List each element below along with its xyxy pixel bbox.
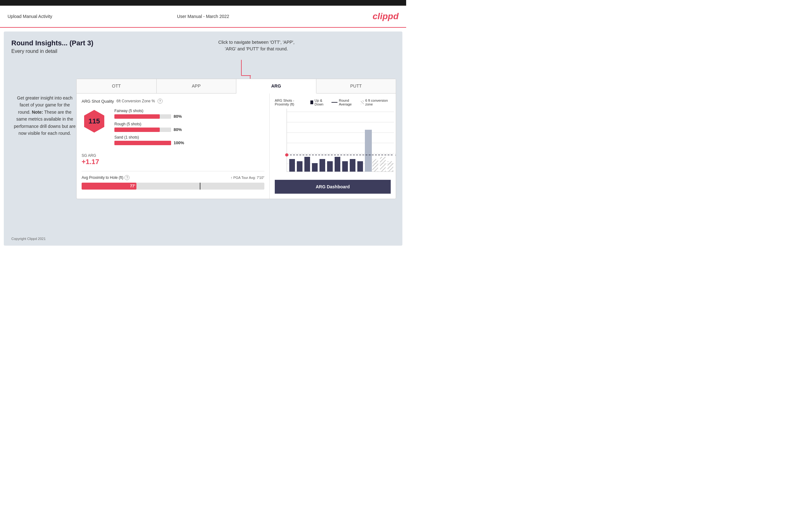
svg-rect-29 [357,161,363,172]
sg-value: +1.17 [82,158,264,166]
bar-row-fairway: Fairway (5 shots) 80% [114,109,264,119]
proximity-bar-track: 77' [82,183,264,189]
legend-hatch-icon [361,101,364,104]
conversion-label: 6ft Conversion Zone % [116,99,155,103]
clippd-logo: clippd [373,11,399,21]
hex-number: 115 [89,117,100,125]
document-title: User Manual - March 2022 [177,14,230,19]
help-icon[interactable]: ? [158,99,163,104]
proximity-help-icon[interactable]: ? [124,175,130,180]
svg-rect-24 [319,159,325,172]
bar-percent-fairway: 80% [173,114,182,119]
top-bar [0,0,406,6]
upload-manual-activity-link[interactable]: Upload Manual Activity [8,14,52,19]
chart-header: ARG Shots - Proximity (ft) Up & Down Rou… [275,99,391,106]
sg-label: SG ARG [82,153,264,158]
chart-container: 30 25 20 15 10 5 0 [284,109,391,176]
main-panel: OTT APP ARG PUTT ARG Shot Quality 6ft Co… [76,79,396,199]
left-description: Get greater insight into each facet of y… [13,95,76,137]
svg-rect-22 [304,157,310,172]
bar-track-rough [114,127,171,132]
chart-title: ARG Shots - Proximity (ft) [275,99,308,106]
arg-dashboard-button[interactable]: ARG Dashboard [275,180,391,194]
svg-rect-32 [372,159,378,172]
svg-point-36 [285,153,288,157]
section-subtitle: Every round in detail [11,49,395,54]
bar-label-rough: Rough (5 shots) [114,122,264,126]
svg-rect-26 [335,157,340,172]
proximity-bar-fill: 77' [82,183,137,189]
legend-up-down: Up & Down [310,99,329,106]
svg-rect-25 [327,161,333,172]
main-content: Round Insights... (Part 3) Every round i… [4,32,402,246]
legend-round-avg: Round Average [332,99,359,106]
bar-percent-sand: 100% [173,140,184,145]
shot-quality-label: ARG Shot Quality [82,99,114,104]
bar-track-fairway [114,114,171,119]
svg-text:8: 8 [396,153,396,157]
svg-rect-20 [289,159,295,172]
pga-avg: ↑ PGA Tour Avg: 7'10" [231,176,264,179]
bar-fill-rough [114,127,160,132]
bar-row-rough: Rough (5 shots) 80% [114,122,264,132]
legend-dash-icon [332,102,338,103]
svg-rect-33 [380,157,386,172]
tab-bar: OTT APP ARG PUTT [77,79,396,94]
svg-rect-27 [342,161,348,172]
bar-fill-sand [114,141,171,145]
svg-rect-30 [365,130,372,172]
bar-label-fairway: Fairway (5 shots) [114,109,264,113]
chart-svg: 30 25 20 15 10 5 0 [284,109,396,175]
header: Upload Manual Activity User Manual - Mar… [0,6,406,28]
proximity-cursor [200,183,200,189]
panel-left: ARG Shot Quality 6ft Conversion Zone % ?… [77,94,270,199]
panel-right: ARG Shots - Proximity (ft) Up & Down Rou… [270,94,396,199]
shot-quality-bars: Fairway (5 shots) 80% Rough (5 shots) [114,109,264,148]
tab-app[interactable]: APP [157,79,237,93]
note-bold: Note: [32,110,43,115]
proximity-header: Avg Proximity to Hole (ft) ? ↑ PGA Tour … [82,175,264,180]
bar-row-sand: Sand (1 shots) 100% [114,135,264,145]
tab-arg[interactable]: ARG [236,79,316,94]
tab-putt[interactable]: PUTT [316,79,396,93]
shot-quality-header: ARG Shot Quality 6ft Conversion Zone % ? [82,99,264,104]
legend-square-icon [310,101,313,104]
bar-percent-rough: 80% [173,127,182,132]
panel-body: ARG Shot Quality 6ft Conversion Zone % ?… [77,94,396,199]
section-title: Round Insights... (Part 3) [11,39,395,47]
legend-conversion-zone: 6 ft conversion zone [361,99,391,106]
hex-bars-container: 115 Fairway (5 shots) 80% [82,109,264,148]
svg-rect-23 [312,163,318,172]
hex-score: 115 [82,109,107,134]
nav-hint: Click to navigate between 'OTT', 'APP','… [218,39,295,52]
description-text: Get greater insight into each facet of y… [14,96,75,136]
copyright: Copyright Clippd 2021 [11,237,46,240]
proximity-value: 77' [130,184,135,188]
svg-rect-34 [388,161,393,172]
tab-ott[interactable]: OTT [77,79,157,93]
bar-fill-fairway [114,114,160,119]
bar-track-sand [114,141,171,145]
bar-label-sand: Sand (1 shots) [114,135,264,139]
sg-arg: SG ARG +1.17 [82,153,264,166]
proximity-label: Avg Proximity to Hole (ft) ? [82,175,130,180]
proximity-section: Avg Proximity to Hole (ft) ? ↑ PGA Tour … [82,171,264,189]
svg-rect-28 [350,159,355,172]
svg-rect-21 [297,161,303,172]
